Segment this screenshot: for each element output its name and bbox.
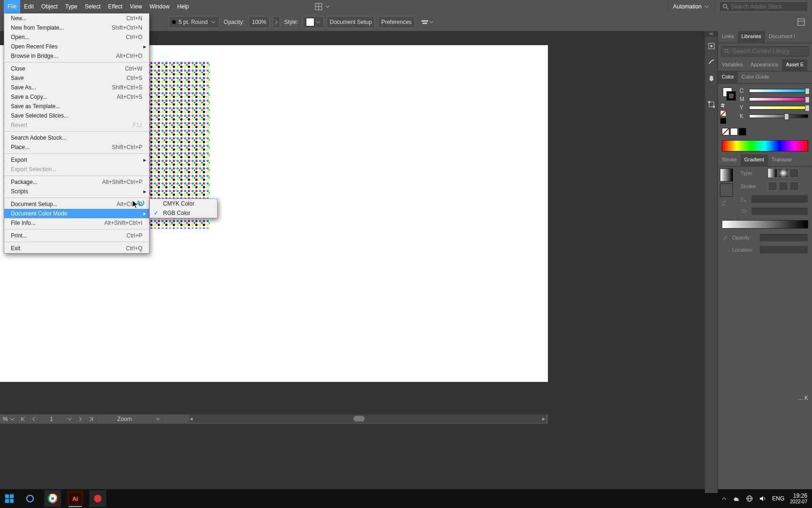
- menu-file-info[interactable]: File Info...Alt+Shift+Ctrl+I: [4, 218, 149, 228]
- slider-y[interactable]: Y: [740, 104, 808, 111]
- horizontal-scrollbar[interactable]: ◂ ▸: [189, 414, 546, 423]
- tray-onedrive-icon[interactable]: [733, 495, 740, 502]
- menu-view[interactable]: View: [126, 0, 146, 13]
- menu-effect[interactable]: Effect: [104, 0, 126, 13]
- eyedropper-icon[interactable]: [722, 234, 728, 241]
- tab-document-info[interactable]: Document I: [765, 31, 799, 43]
- menu-new[interactable]: New...Ctrl+N: [4, 14, 149, 23]
- black-swatch[interactable]: [739, 128, 746, 135]
- reverse-gradient-icon[interactable]: [720, 199, 735, 207]
- registration-swatch[interactable]: [720, 118, 734, 124]
- tab-links[interactable]: Links: [718, 31, 738, 43]
- tab-stroke[interactable]: Stroke: [718, 154, 741, 166]
- swatches-panel-icon[interactable]: [705, 71, 718, 85]
- swap-fill-stroke-icon[interactable]: [720, 103, 726, 108]
- preferences-button[interactable]: Preferences: [378, 16, 415, 28]
- menu-window[interactable]: Window: [146, 0, 173, 13]
- menu-document-setup[interactable]: Document Setup...Alt+Ctrl+P: [4, 199, 149, 209]
- artboard-nav-prev[interactable]: [29, 414, 39, 424]
- menu-browse-bridge[interactable]: Browse in Bridge...Alt+Ctrl+O: [4, 51, 149, 61]
- stroke-profile-select[interactable]: 5 pt. Round: [169, 16, 219, 28]
- stroke-grad-within[interactable]: [768, 182, 777, 191]
- opacity-more[interactable]: [273, 16, 280, 28]
- menu-save-template[interactable]: Save as Template...: [4, 102, 149, 111]
- scroll-left-arrow[interactable]: ◂: [190, 415, 193, 422]
- tab-gradient[interactable]: Gradient: [741, 154, 768, 166]
- library-search[interactable]: [721, 46, 809, 56]
- library-search-input[interactable]: [733, 48, 806, 55]
- none-swatch[interactable]: [722, 128, 729, 135]
- opacity-input[interactable]: 100%: [249, 16, 270, 28]
- workspace-switcher[interactable]: Automation: [668, 0, 714, 13]
- artboard-nav-first[interactable]: [18, 414, 29, 424]
- task-illustrator[interactable]: Ai: [67, 490, 84, 507]
- start-button[interactable]: [0, 489, 19, 508]
- tab-transparency[interactable]: Transpar: [768, 154, 796, 166]
- arrange-documents-button[interactable]: [315, 3, 330, 10]
- gradient-type-freeform[interactable]: [789, 168, 799, 178]
- menu-close[interactable]: CloseCtrl+W: [4, 64, 149, 73]
- white-swatch[interactable]: [730, 128, 738, 135]
- menu-exit[interactable]: ExitCtrl+Q: [4, 244, 149, 253]
- gradient-stop-opacity[interactable]: [759, 233, 808, 242]
- menu-export[interactable]: Export▸: [4, 155, 149, 165]
- tray-volume-icon[interactable]: [759, 495, 766, 502]
- menu-open[interactable]: Open...Ctrl+O: [4, 32, 149, 42]
- task-cortana[interactable]: [22, 490, 39, 507]
- menu-save-copy[interactable]: Save a Copy...Alt+Ctrl+S: [4, 92, 149, 102]
- symbols-panel-icon[interactable]: [705, 40, 718, 53]
- transform-panel-icon[interactable]: [705, 98, 718, 111]
- artboard-nav-last[interactable]: [86, 414, 97, 424]
- tab-color[interactable]: Color: [718, 71, 738, 83]
- adobe-stock-search[interactable]: [719, 1, 808, 12]
- gradient-aspect-input[interactable]: [751, 207, 808, 215]
- scrollbar-thumb[interactable]: [353, 416, 365, 421]
- status-more[interactable]: [153, 414, 163, 424]
- tray-time[interactable]: 19:26: [790, 493, 807, 499]
- gradient-type-linear[interactable]: [768, 168, 777, 178]
- menu-save-as[interactable]: Save As...Shift+Ctrl+S: [4, 83, 149, 92]
- tab-color-guide[interactable]: Color Guide: [738, 71, 773, 83]
- gradient-stop-location[interactable]: [759, 246, 808, 254]
- tab-libraries[interactable]: Libraries: [738, 31, 765, 43]
- none-color-swatch[interactable]: [720, 110, 734, 117]
- menu-save-slices[interactable]: Save Selected Slices...: [4, 111, 149, 120]
- stroke-grad-along[interactable]: [779, 182, 788, 191]
- task-chrome[interactable]: [44, 490, 61, 507]
- menu-object[interactable]: Object: [38, 0, 62, 13]
- expand-panels[interactable]: ≪: [705, 31, 718, 37]
- submenu-cmyk[interactable]: CMYK Color: [150, 199, 217, 208]
- tab-variables[interactable]: Variables: [718, 59, 747, 71]
- artboard-nav-dropdown[interactable]: [64, 414, 75, 424]
- color-spectrum[interactable]: [722, 140, 808, 151]
- tray-show-hidden[interactable]: [721, 496, 727, 501]
- document-setup-button[interactable]: Document Setup: [327, 16, 375, 28]
- menu-new-template[interactable]: New from Template...Shift+Ctrl+N: [4, 23, 149, 32]
- menu-open-recent[interactable]: Open Recent Files▸: [4, 42, 149, 51]
- task-recorder[interactable]: [89, 490, 106, 507]
- zoom-level[interactable]: %: [0, 414, 18, 424]
- menu-select[interactable]: Select: [81, 0, 104, 13]
- menu-package[interactable]: Package...Alt+Shift+Ctrl+P: [4, 177, 149, 187]
- menu-file[interactable]: File: [4, 0, 20, 13]
- tray-language[interactable]: ENG: [772, 495, 784, 502]
- tray-network-icon[interactable]: [746, 495, 753, 502]
- scroll-right-arrow[interactable]: ▸: [542, 415, 545, 422]
- adobe-stock-search-input[interactable]: [731, 3, 805, 10]
- menu-edit[interactable]: Edit: [20, 0, 38, 13]
- stroke-swatch[interactable]: [726, 91, 736, 101]
- tab-appearance[interactable]: Appearance: [747, 59, 782, 71]
- panel-layout-icon[interactable]: [795, 16, 808, 28]
- slider-k[interactable]: K: [740, 113, 808, 119]
- menu-print[interactable]: Print...Ctrl+P: [4, 231, 149, 240]
- gradient-fill-swatch[interactable]: [720, 168, 733, 182]
- gradient-slider[interactable]: [722, 220, 808, 229]
- menu-place[interactable]: Place...Shift+Ctrl+P: [4, 143, 149, 152]
- menu-help[interactable]: Help: [173, 0, 193, 13]
- tray-date[interactable]: 2022-07: [790, 499, 807, 504]
- gradient-type-radial[interactable]: [779, 168, 788, 178]
- menu-scripts[interactable]: Scripts▸: [4, 187, 149, 196]
- slider-c[interactable]: C: [740, 87, 808, 94]
- submenu-rgb[interactable]: ✓RGB Color: [150, 208, 217, 218]
- menu-type[interactable]: Type: [62, 0, 81, 13]
